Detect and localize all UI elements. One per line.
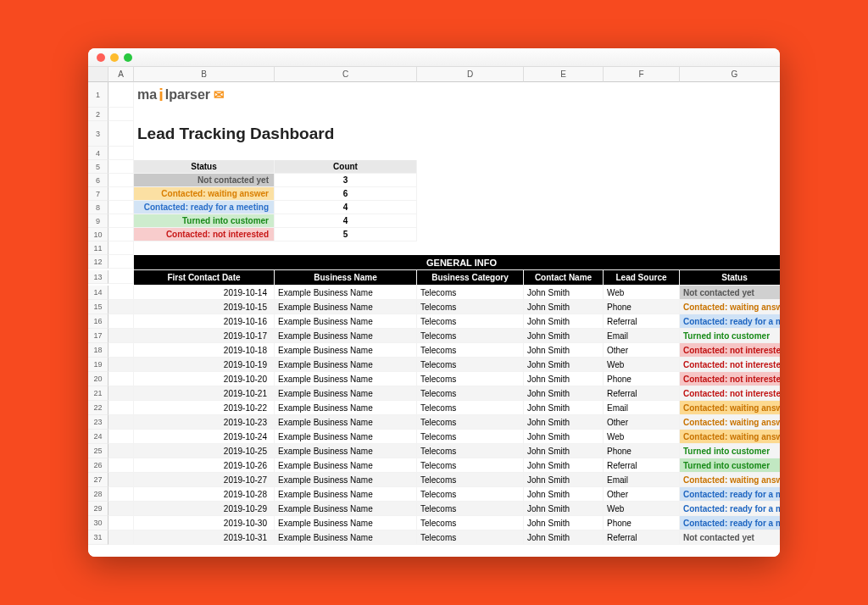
lead-status-dropdown[interactable]: Turned into customer [680,444,780,458]
lead-date[interactable]: 2019-10-23 [134,415,275,430]
row-header-15[interactable]: 15 [88,300,108,314]
row-header-11[interactable]: 11 [88,241,108,255]
lead-business[interactable]: Example Business Name [275,415,417,430]
lead-business[interactable]: Example Business Name [275,343,417,358]
lead-status-dropdown[interactable]: Not contacted yet [680,286,780,300]
row-header-31[interactable]: 31 [88,530,108,545]
lead-category[interactable]: Telecoms [417,286,524,300]
row-header-9[interactable]: 9 [88,214,108,228]
col-header-A[interactable]: A [108,67,134,82]
row-header-29[interactable]: 29 [88,502,108,516]
cell[interactable] [108,300,134,314]
lead-date[interactable]: 2019-10-28 [134,487,275,502]
lead-date[interactable]: 2019-10-30 [134,516,275,530]
row-header-23[interactable]: 23 [88,415,108,430]
row-header-24[interactable]: 24 [88,430,108,444]
lead-source[interactable]: Web [604,430,680,444]
lead-contact[interactable]: John Smith [524,458,604,473]
close-icon[interactable] [97,53,105,62]
row-header-10[interactable]: 10 [88,228,108,241]
lead-source[interactable]: Phone [604,372,680,386]
row-header-21[interactable]: 21 [88,386,108,401]
lead-date[interactable]: 2019-10-14 [134,286,275,300]
lead-contact[interactable]: John Smith [524,358,604,372]
lead-contact[interactable]: John Smith [524,300,604,314]
lead-date[interactable]: 2019-10-20 [134,372,275,386]
lead-date[interactable]: 2019-10-26 [134,458,275,473]
lead-category[interactable]: Telecoms [417,458,524,473]
lead-category[interactable]: Telecoms [417,430,524,444]
lead-business[interactable]: Example Business Name [275,286,417,300]
lead-contact[interactable]: John Smith [524,430,604,444]
lead-category[interactable]: Telecoms [417,300,524,314]
cell[interactable] [108,358,134,372]
lead-business[interactable]: Example Business Name [275,386,417,401]
lead-date[interactable]: 2019-10-25 [134,444,275,458]
lead-source[interactable]: Phone [604,444,680,458]
lead-date[interactable]: 2019-10-27 [134,473,275,487]
cell[interactable] [108,516,134,530]
lead-status-dropdown[interactable]: Turned into customer [680,458,780,473]
lead-status-dropdown[interactable]: Contacted: ready for a meeting [680,516,780,530]
lead-date[interactable]: 2019-10-17 [134,329,275,343]
lead-contact[interactable]: John Smith [524,473,604,487]
lead-source[interactable]: Phone [604,516,680,530]
lead-contact[interactable]: John Smith [524,415,604,430]
row-header-12[interactable]: 12 [88,255,108,269]
lead-status-dropdown[interactable]: Contacted: ready for a meeting [680,487,780,502]
maximize-icon[interactable] [124,53,132,62]
lead-date[interactable]: 2019-10-22 [134,401,275,415]
lead-category[interactable]: Telecoms [417,444,524,458]
col-header-E[interactable]: E [524,67,604,82]
lead-status-dropdown[interactable]: Contacted: not interested [680,358,780,372]
lead-source[interactable]: Email [604,401,680,415]
lead-category[interactable]: Telecoms [417,415,524,430]
minimize-icon[interactable] [110,53,119,62]
cell[interactable] [108,444,134,458]
row-header-25[interactable]: 25 [88,444,108,458]
lead-status-dropdown[interactable]: Contacted: not interested [680,343,780,358]
lead-status-dropdown[interactable]: Contacted: ready for a meeting [680,314,780,329]
lead-source[interactable]: Referral [604,458,680,473]
lead-business[interactable]: Example Business Name [275,502,417,516]
row-header-3[interactable]: 3 [88,121,108,147]
col-header-B[interactable]: B [134,67,275,82]
row-header-27[interactable]: 27 [88,473,108,487]
lead-date[interactable]: 2019-10-18 [134,343,275,358]
cell[interactable] [108,458,134,473]
col-header-F[interactable]: F [604,67,680,82]
lead-contact[interactable]: John Smith [524,487,604,502]
cell[interactable] [108,530,134,545]
lead-business[interactable]: Example Business Name [275,516,417,530]
lead-source[interactable]: Email [604,329,680,343]
select-all-cell[interactable] [88,67,108,82]
col-header-D[interactable]: D [417,67,524,82]
cell[interactable] [417,187,780,201]
lead-status-dropdown[interactable]: Contacted: waiting answer [680,300,780,314]
cell[interactable] [108,430,134,444]
col-header-C[interactable]: C [275,67,417,82]
lead-contact[interactable]: John Smith [524,530,604,545]
cell[interactable] [417,228,780,241]
lead-status-dropdown[interactable]: Contacted: ready for a meeting [680,502,780,516]
lead-status-dropdown[interactable]: Contacted: not interested [680,386,780,401]
lead-category[interactable]: Telecoms [417,386,524,401]
lead-business[interactable]: Example Business Name [275,358,417,372]
cell[interactable] [108,201,134,214]
lead-status-dropdown[interactable]: Contacted: waiting answer [680,401,780,415]
cell[interactable] [108,386,134,401]
cell[interactable] [417,214,780,228]
row-header-2[interactable]: 2 [88,108,108,121]
cell[interactable] [108,174,134,187]
row-header-26[interactable]: 26 [88,458,108,473]
row-header-14[interactable]: 14 [88,286,108,300]
row-header-16[interactable]: 16 [88,314,108,329]
cell[interactable] [108,487,134,502]
cell[interactable] [108,147,134,160]
lead-source[interactable]: Referral [604,530,680,545]
cell[interactable] [417,201,780,214]
lead-status-dropdown[interactable]: Turned into customer [680,329,780,343]
cell[interactable] [108,286,134,300]
lead-contact[interactable]: John Smith [524,314,604,329]
lead-source[interactable]: Other [604,415,680,430]
